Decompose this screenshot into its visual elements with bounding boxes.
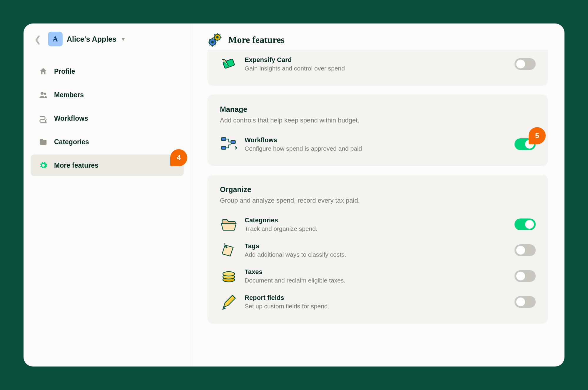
svg-rect-8 xyxy=(231,141,235,144)
home-icon xyxy=(39,67,48,76)
chevron-down-icon[interactable]: ▾ xyxy=(122,36,125,43)
folder-open-icon xyxy=(220,216,238,233)
svg-point-3 xyxy=(216,36,218,38)
sidebar-item-workflows[interactable]: Workflows xyxy=(31,107,184,129)
feature-desc: Set up custom fields for spend. xyxy=(245,303,514,310)
section-organize: Organize Group and analyze spend, record… xyxy=(208,175,548,324)
sidebar-item-categories[interactable]: Categories xyxy=(31,131,184,153)
svg-point-1 xyxy=(44,93,46,95)
workspace-name: Alice's Apples xyxy=(67,35,116,43)
feature-desc: Add additional ways to classify costs. xyxy=(245,251,514,258)
feature-name: Workflows xyxy=(245,136,514,144)
page-header: More features xyxy=(208,32,548,47)
sidebar: ❮ A Alice's Apples ▾ Profile Members xyxy=(24,23,191,367)
feature-desc: Configure how spend is approved and paid xyxy=(245,145,514,152)
workspace-switcher[interactable]: ❮ A Alice's Apples ▾ xyxy=(31,32,184,46)
sidebar-nav: Profile Members Workflows Categories xyxy=(31,60,184,176)
sidebar-item-label: Workflows xyxy=(54,115,88,122)
callout-badge-4: 4 xyxy=(170,149,187,166)
svg-point-5 xyxy=(211,41,213,43)
members-icon xyxy=(39,90,48,99)
svg-point-0 xyxy=(41,92,44,95)
toggle-expensify-card[interactable] xyxy=(514,58,536,70)
app-window: ❮ A Alice's Apples ▾ Profile Members xyxy=(24,23,564,367)
sidebar-item-members[interactable]: Members xyxy=(31,84,184,106)
toggle-report-fields[interactable] xyxy=(514,296,536,308)
sidebar-item-label: Profile xyxy=(54,68,75,75)
toggle-tags[interactable] xyxy=(514,244,536,256)
sidebar-item-profile[interactable]: Profile xyxy=(31,60,184,82)
section-manage: Manage Add controls that help keep spend… xyxy=(208,95,548,166)
section-title: Organize xyxy=(220,185,536,194)
feature-tags: Tags Add additional ways to classify cos… xyxy=(220,237,536,263)
sidebar-item-label: Members xyxy=(54,91,84,99)
feature-desc: Document and reclaim eligible taxes. xyxy=(245,277,514,284)
workflows-icon xyxy=(39,114,48,123)
workflow-nodes-icon xyxy=(220,135,238,153)
pencil-icon xyxy=(220,293,238,311)
feature-name: Expensify Card xyxy=(245,56,514,64)
feature-name: Report fields xyxy=(245,294,514,302)
coins-icon xyxy=(220,267,238,285)
workspace-avatar: A xyxy=(48,32,63,46)
section-spend: Expensify Card Gain insights and control… xyxy=(208,50,548,86)
feature-report-fields: Report fields Set up custom fields for s… xyxy=(220,289,536,315)
section-subtitle: Group and analyze spend, record every ta… xyxy=(220,197,536,204)
svg-rect-9 xyxy=(221,147,226,149)
back-chevron-icon[interactable]: ❮ xyxy=(32,33,44,46)
feature-desc: Gain insights and control over spend xyxy=(245,65,514,72)
feature-workflows: Workflows Configure how spend is approve… xyxy=(220,131,536,157)
feature-taxes: Taxes Document and reclaim eligible taxe… xyxy=(220,263,536,289)
folder-icon xyxy=(39,137,48,146)
callout-badge-5: 5 xyxy=(529,127,546,144)
feature-categories: Categories Track and organize spend. xyxy=(220,211,536,237)
feature-name: Categories xyxy=(245,216,514,224)
toggle-categories[interactable] xyxy=(514,218,536,230)
svg-rect-7 xyxy=(221,138,226,141)
main-content: More features Expensify Card Gain insigh… xyxy=(191,23,564,367)
section-title: Manage xyxy=(220,105,536,114)
svg-point-13 xyxy=(223,272,235,276)
section-subtitle: Add controls that help keep spend within… xyxy=(220,117,536,124)
page-title: More features xyxy=(228,34,285,45)
gear-icon xyxy=(39,161,48,170)
sidebar-item-label: More features xyxy=(54,162,98,169)
sidebar-item-label: Categories xyxy=(54,138,89,146)
sidebar-item-more-features[interactable]: More features 4 xyxy=(31,154,184,176)
gears-icon xyxy=(208,32,222,47)
toggle-taxes[interactable] xyxy=(514,270,536,282)
feature-name: Taxes xyxy=(245,268,514,276)
feature-desc: Track and organize spend. xyxy=(245,225,514,232)
card-in-hand-icon xyxy=(220,55,238,73)
tag-icon xyxy=(220,241,238,259)
feature-name: Tags xyxy=(245,242,514,250)
feature-expensify-card: Expensify Card Gain insights and control… xyxy=(220,51,536,77)
